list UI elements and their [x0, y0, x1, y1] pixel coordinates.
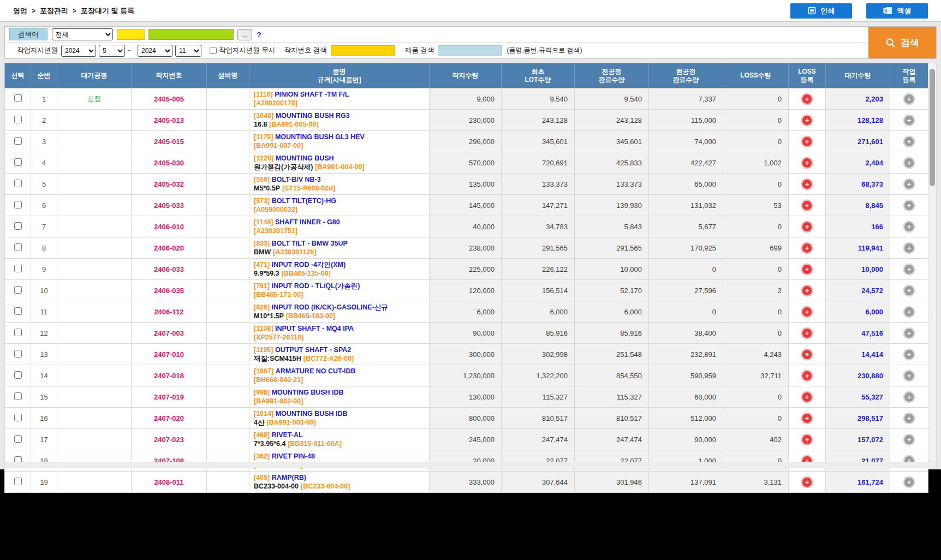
work-register-button[interactable]: + [904, 350, 914, 359]
row-checkbox[interactable] [14, 371, 22, 379]
print-button[interactable]: 인쇄 [790, 3, 852, 19]
prev-process-qty-cell: 251,548 [575, 344, 649, 365]
more-button[interactable]: ... [237, 29, 252, 40]
loss-register-button[interactable]: + [802, 222, 812, 231]
work-register-button[interactable]: + [904, 137, 914, 146]
product-cell: [471] INPUT ROD -4각인(XM) 9.9*59.3[BB465-… [249, 259, 430, 280]
loss-register-button[interactable]: + [802, 307, 812, 317]
row-checkbox[interactable] [14, 392, 22, 400]
product-code: [BB465-171-00] [254, 291, 303, 299]
product-name[interactable]: MOUNTING BUSH GL3 HEV [275, 133, 365, 141]
loss-qty-cell: 0 [723, 88, 789, 110]
curr-process-qty-cell: 5,677 [649, 216, 723, 237]
row-checkbox[interactable] [14, 286, 22, 294]
row-checkbox[interactable] [14, 158, 22, 166]
row-checkbox[interactable] [14, 180, 22, 187]
loss-register-button[interactable]: + [802, 392, 812, 402]
vertical-scrollbar-thumb[interactable] [930, 69, 935, 186]
product-name[interactable]: BOLT TILT(ETC)-HG [272, 197, 336, 205]
row-checkbox[interactable] [14, 265, 22, 272]
breadcrumb-item-packaging-mgmt[interactable]: 포장관리 [40, 6, 68, 16]
product-name[interactable]: MOUNTING BUSH IDB [276, 410, 348, 418]
loss-register-button[interactable]: + [802, 435, 812, 444]
product-name[interactable]: ARMATURE NO CUT-IDB [276, 367, 356, 375]
horizontal-scrollbar[interactable] [4, 462, 937, 468]
month-from-select[interactable]: 5 [99, 45, 125, 57]
product-name[interactable]: RIVET PIN-48 [272, 452, 315, 460]
row-checkbox[interactable] [14, 222, 22, 230]
work-register-button[interactable]: + [904, 478, 914, 487]
row-checkbox[interactable] [14, 414, 22, 421]
product-name[interactable]: PINION SHAFT -TM F/L [275, 91, 349, 98]
month-to-select[interactable]: 11 [175, 45, 201, 57]
row-checkbox[interactable] [14, 478, 22, 485]
loss-register-button[interactable]: + [802, 478, 812, 487]
loss-register-button[interactable]: + [802, 243, 812, 253]
loss-register-button[interactable]: + [802, 94, 812, 104]
work-register-button[interactable]: + [904, 94, 914, 104]
keyword-input-1[interactable] [117, 29, 145, 40]
work-register-button[interactable]: + [904, 286, 914, 295]
year-from-select[interactable]: 2024 [61, 45, 96, 57]
product-name[interactable]: INPUT ROD (IK/CK)-GASOLINE-신규 [272, 303, 388, 311]
year-to-select[interactable]: 2024 [138, 45, 172, 57]
work-register-button[interactable]: + [904, 180, 914, 189]
row-checkbox[interactable] [14, 243, 22, 251]
keyword-input-2[interactable] [148, 29, 234, 40]
product-name[interactable]: BOLT TILT - BMW 35UP [272, 240, 348, 247]
work-register-button[interactable]: + [904, 307, 914, 317]
loss-register-button[interactable]: + [802, 265, 812, 274]
loss-register-button[interactable]: + [802, 371, 812, 380]
work-register-button[interactable]: + [904, 222, 914, 231]
work-register-button[interactable]: + [904, 435, 914, 444]
row-checkbox[interactable] [14, 350, 22, 358]
product-name[interactable]: MOUNTING BUSH RG3 [276, 112, 350, 120]
work-register-button[interactable]: + [904, 329, 914, 338]
row-checkbox[interactable] [14, 329, 22, 336]
product-name[interactable]: MOUNTING BUSH [276, 154, 334, 162]
work-register-button[interactable]: + [904, 414, 914, 423]
loss-register-button[interactable]: + [802, 329, 812, 338]
work-register-button[interactable]: + [904, 265, 914, 274]
loss-register-button[interactable]: + [802, 137, 812, 146]
product-name[interactable]: INPUT SHAFT - MQ4 IPA [275, 325, 354, 332]
work-register-button[interactable]: + [904, 392, 914, 402]
product-name[interactable]: RIVET-AL [272, 431, 303, 439]
loss-register-button[interactable]: + [802, 158, 812, 168]
keyword-scope-select[interactable]: 전체 [52, 28, 113, 40]
product-name[interactable]: RAMP(RB) [272, 474, 306, 481]
work-register-button[interactable]: + [904, 201, 914, 210]
col-header-prev-process-qty: 전공정완료수량 [575, 63, 649, 88]
ignore-month-checkbox[interactable] [210, 47, 217, 54]
work-register-cell: + [890, 174, 928, 195]
loss-register-button[interactable]: + [802, 414, 812, 423]
product-name[interactable]: INPUT ROD - TL/QL(가솔린) [272, 282, 360, 290]
row-checkbox[interactable] [14, 435, 22, 443]
product-name[interactable]: SHAFT INNER - G80 [275, 218, 340, 226]
work-register-button[interactable]: + [904, 158, 914, 168]
row-checkbox[interactable] [14, 137, 22, 145]
row-checkbox[interactable] [14, 94, 22, 102]
loss-register-button[interactable]: + [802, 116, 812, 125]
excel-button[interactable]: X 엑셀 [866, 3, 928, 19]
work-register-button[interactable]: + [904, 243, 914, 253]
loss-register-button[interactable]: + [802, 180, 812, 189]
loss-register-button[interactable]: + [802, 286, 812, 295]
product-name[interactable]: INPUT ROD -4각인(XM) [272, 261, 346, 269]
search-button[interactable]: 검색 [868, 27, 936, 58]
work-register-button[interactable]: + [904, 116, 914, 125]
loss-register-button[interactable]: + [802, 350, 812, 359]
row-checkbox[interactable] [14, 116, 22, 123]
work-register-button[interactable]: + [904, 371, 914, 380]
help-link[interactable]: ? [257, 31, 261, 39]
row-checkbox[interactable] [14, 201, 22, 208]
equipment-name-cell [207, 301, 249, 323]
breadcrumb-item-sales[interactable]: 영업 [13, 6, 27, 16]
row-checkbox[interactable] [14, 307, 22, 315]
product-name[interactable]: MOUNTING BUSH IDB [272, 389, 344, 396]
product-name[interactable]: OUTPUT SHAFT - SPA2 [275, 346, 351, 354]
order-no-search-input[interactable] [331, 45, 395, 56]
product-search-input[interactable] [438, 45, 502, 56]
loss-register-button[interactable]: + [802, 201, 812, 210]
product-name[interactable]: BOLT-B/V NB-3 [272, 176, 321, 183]
